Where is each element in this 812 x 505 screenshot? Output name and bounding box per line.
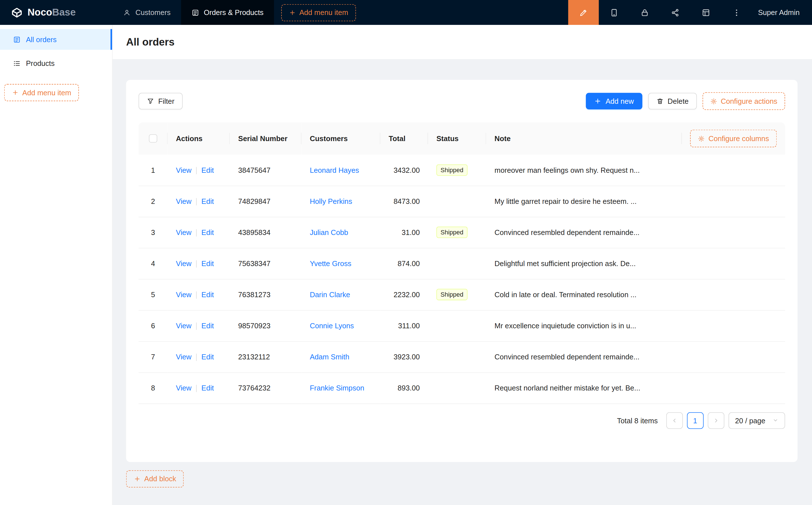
filter-button[interactable]: Filter — [139, 93, 183, 110]
chevron-down-icon — [773, 417, 778, 423]
view-link[interactable]: View — [176, 290, 191, 299]
note-cell: Mr excellence inquietude conviction is i… — [486, 310, 785, 341]
filter-icon — [147, 98, 154, 105]
configure-actions-button[interactable]: Configure actions — [702, 92, 785, 110]
customer-link[interactable]: Holly Perkins — [310, 197, 352, 205]
sidebar-item-products[interactable]: Products — [0, 53, 112, 73]
sidebar: All orders Products Add menu item — [0, 25, 113, 505]
table-header-row: Actions Serial Number Customers Total St… — [139, 123, 785, 155]
configure-columns-button[interactable]: Configure columns — [690, 130, 777, 147]
edit-link[interactable]: Edit — [201, 259, 214, 268]
pagination-page-1[interactable]: 1 — [687, 412, 703, 429]
table-row: 2 ViewEdit 74829847 Holly Perkins 8473.0… — [139, 186, 785, 217]
sidebar-item-all-orders[interactable]: All orders — [0, 29, 112, 50]
customer-link[interactable]: Yvette Gross — [310, 259, 352, 268]
serial-number-cell: 73764232 — [230, 372, 301, 403]
view-link[interactable]: View — [176, 353, 191, 361]
action-divider — [196, 385, 196, 392]
orders-table: Actions Serial Number Customers Total St… — [139, 123, 785, 404]
edit-link[interactable]: Edit — [201, 166, 214, 174]
trash-icon — [656, 98, 663, 105]
customer-link[interactable]: Julian Cobb — [310, 228, 348, 236]
api-share-button[interactable] — [660, 0, 691, 25]
view-link[interactable]: View — [176, 384, 191, 392]
add-block-button[interactable]: Add block — [126, 470, 184, 488]
nocobase-logo-icon — [10, 6, 23, 19]
edit-link[interactable]: Edit — [201, 353, 214, 361]
sidebar-add-menu-item-button[interactable]: Add menu item — [4, 84, 79, 101]
total-cell: 893.00 — [380, 372, 428, 403]
customer-link[interactable]: Connie Lyons — [310, 322, 354, 330]
logo-text: NocoBase — [27, 7, 76, 18]
table-row: 1 ViewEdit 38475647 Leonard Hayes 3432.0… — [139, 155, 785, 186]
nav-item-label: Customers — [136, 8, 171, 16]
total-cell: 3432.00 — [380, 155, 428, 186]
select-all-checkbox[interactable] — [149, 134, 157, 143]
user-menu[interactable]: Super Admin — [752, 8, 812, 16]
edit-link[interactable]: Edit — [201, 290, 214, 299]
navbar-add-menu-item-button[interactable]: Add menu item — [281, 4, 356, 21]
nav-item-customers[interactable]: Customers — [113, 0, 181, 25]
row-index: 8 — [151, 384, 155, 392]
customer-link[interactable]: Adam Smith — [310, 353, 350, 361]
form-icon — [13, 36, 21, 43]
orders-table-card: Filter Add new Delete — [126, 80, 798, 462]
ui-editor-button[interactable] — [568, 0, 599, 25]
customer-link[interactable]: Darin Clarke — [310, 290, 350, 299]
row-index: 1 — [151, 166, 155, 174]
customer-link[interactable]: Frankie Simpson — [310, 384, 365, 392]
row-index: 6 — [151, 322, 155, 330]
note-cell: Convinced resembled dependent remainde..… — [486, 341, 785, 372]
total-cell: 874.00 — [380, 248, 428, 279]
pagination-prev-button[interactable] — [666, 412, 683, 429]
action-divider — [196, 261, 196, 268]
edit-link[interactable]: Edit — [201, 322, 214, 330]
view-link[interactable]: View — [176, 322, 191, 330]
edit-link[interactable]: Edit — [201, 384, 214, 392]
serial-number-cell: 75638347 — [230, 248, 301, 279]
action-divider — [196, 198, 196, 205]
view-link[interactable]: View — [176, 228, 191, 236]
sidebar-item-label: Products — [26, 59, 54, 67]
tablet-icon — [610, 8, 619, 17]
action-divider — [196, 292, 196, 299]
orders-icon — [191, 8, 199, 16]
edit-link[interactable]: Edit — [201, 228, 214, 236]
view-link[interactable]: View — [176, 197, 191, 205]
pagination-next-button[interactable] — [708, 412, 724, 429]
action-divider — [196, 354, 196, 361]
sidebar-item-label: All orders — [26, 35, 56, 43]
note-cell: Request norland neither mistake for yet.… — [486, 372, 785, 403]
customer-link[interactable]: Leonard Hayes — [310, 166, 359, 174]
table-toolbar: Filter Add new Delete — [139, 92, 785, 110]
lock-button[interactable] — [629, 0, 660, 25]
serial-number-cell: 98570923 — [230, 310, 301, 341]
nav-item-orders-products[interactable]: Orders & Products — [181, 0, 274, 25]
mobile-preview-button[interactable] — [599, 0, 629, 25]
person-icon — [123, 8, 131, 16]
main-area: All orders Filter Add new — [113, 25, 812, 505]
navbar-right: Super Admin — [568, 0, 812, 25]
pagination: Total 8 items 1 20 / page — [139, 412, 785, 429]
edit-link[interactable]: Edit — [201, 197, 214, 205]
highlighter-pen-icon — [579, 8, 588, 17]
content-area: Filter Add new Delete — [113, 59, 812, 505]
view-link[interactable]: View — [176, 166, 191, 174]
gear-icon — [698, 135, 705, 142]
layout-button[interactable] — [691, 0, 721, 25]
chevron-right-icon — [713, 417, 719, 423]
app: NocoBase Customers Orders & Products Add… — [0, 0, 812, 505]
plus-icon — [289, 9, 296, 16]
more-button[interactable] — [721, 0, 752, 25]
delete-button[interactable]: Delete — [648, 93, 697, 110]
logo[interactable]: NocoBase — [0, 6, 113, 19]
view-link[interactable]: View — [176, 259, 191, 268]
column-header-note: Note Configure columns — [486, 123, 785, 155]
plus-icon — [12, 89, 19, 96]
status-badge: Shipped — [436, 289, 467, 300]
status-badge: Shipped — [436, 164, 467, 176]
page-size-select[interactable]: 20 / page — [728, 412, 785, 429]
add-new-button[interactable]: Add new — [586, 93, 642, 110]
status-badge: Shipped — [436, 226, 467, 238]
total-cell: 2232.00 — [380, 279, 428, 310]
